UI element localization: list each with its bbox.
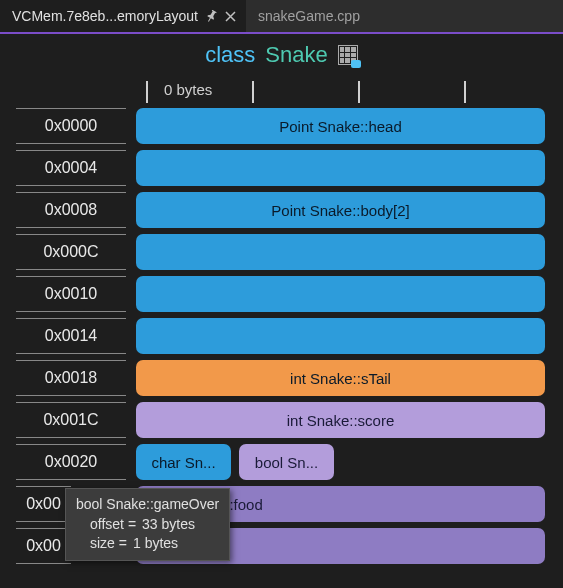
offset-cell: 0x000C [16, 234, 126, 270]
offset-row: 0x0014 [0, 316, 563, 356]
class-header: class Snake [0, 34, 563, 78]
offset-row: 0x0020 char Sn... bool Sn... [0, 442, 563, 482]
offset-cell: 0x0010 [16, 276, 126, 312]
tab-snakegame[interactable]: snakeGame.cpp [246, 0, 368, 32]
ruler-tick [464, 81, 466, 103]
member-bar-score[interactable]: int Snake::score [136, 402, 545, 438]
ruler-tick [146, 81, 148, 103]
member-bar-body-cont[interactable] [136, 276, 545, 312]
pin-icon[interactable] [204, 9, 218, 23]
offset-row: 0x0004 [0, 148, 563, 188]
offset-cell: 0x0018 [16, 360, 126, 396]
class-name: Snake [265, 42, 327, 68]
member-bar-body-cont[interactable] [136, 318, 545, 354]
offset-cell: 0x00 [16, 528, 71, 564]
tooltip: bool Snake::gameOver offset = 33 bytes s… [65, 488, 230, 561]
member-bar-char[interactable]: char Sn... [136, 444, 231, 480]
tab-label: VCMem.7e8eb...emoryLayout [12, 8, 198, 24]
offset-row: 0x0018 int Snake::sTail [0, 358, 563, 398]
offset-cell: 0x001C [16, 402, 126, 438]
ruler-tick [252, 81, 254, 103]
member-bar-head-cont[interactable] [136, 150, 545, 186]
offset-row: 0x0000 Point Snake::head [0, 106, 563, 146]
offset-row: 0x001C int Snake::score [0, 400, 563, 440]
tab-memory-layout[interactable]: VCMem.7e8eb...emoryLayout [0, 0, 246, 32]
offset-row: 0x0010 [0, 274, 563, 314]
byte-ruler: 0 bytes [0, 78, 563, 106]
member-bar-head[interactable]: Point Snake::head [136, 108, 545, 144]
tooltip-offset-label: offset = [90, 515, 136, 535]
offset-cell: 0x00 [16, 486, 71, 522]
offset-cell: 0x0000 [16, 108, 126, 144]
tooltip-offset-value: 33 bytes [142, 515, 195, 535]
tab-bar: VCMem.7e8eb...emoryLayout snakeGame.cpp [0, 0, 563, 34]
member-bar-bool[interactable]: bool Sn... [239, 444, 334, 480]
member-bar-body[interactable]: Point Snake::body[2] [136, 192, 545, 228]
member-bar-body-cont[interactable] [136, 234, 545, 270]
tooltip-title: bool Snake::gameOver [76, 495, 219, 515]
tab-label: snakeGame.cpp [258, 8, 360, 24]
tooltip-size-label: size = [90, 534, 127, 554]
offset-cell: 0x0004 [16, 150, 126, 186]
ruler-tick [358, 81, 360, 103]
offset-row: 0x0008 Point Snake::body[2] [0, 190, 563, 230]
table-view-icon[interactable] [338, 45, 358, 65]
offset-cell: 0x0014 [16, 318, 126, 354]
offset-cell: 0x0008 [16, 192, 126, 228]
ruler-label: 0 bytes [164, 81, 212, 98]
offset-row: 0x000C [0, 232, 563, 272]
tooltip-size-value: 1 bytes [133, 534, 178, 554]
close-icon[interactable] [224, 9, 238, 23]
member-bar-stail[interactable]: int Snake::sTail [136, 360, 545, 396]
class-keyword: class [205, 42, 255, 68]
offset-cell: 0x0020 [16, 444, 126, 480]
